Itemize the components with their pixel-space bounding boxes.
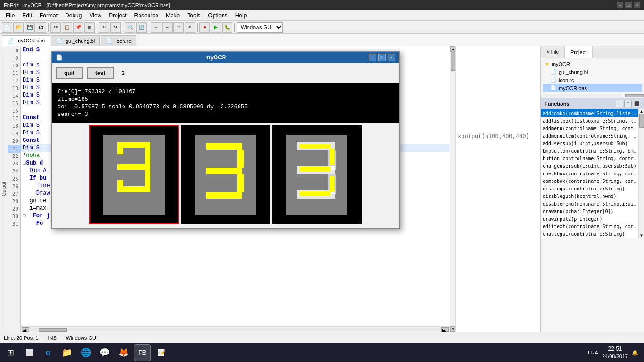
scroll-left-btn[interactable]: ◀ <box>22 327 29 332</box>
fn-item-2[interactable]: addmenu(controlname:String, controlt <box>541 124 638 132</box>
tree-item-icon[interactable]: 📄 icon.rc <box>543 76 642 84</box>
menu-tools[interactable]: Tools <box>183 11 204 20</box>
notepad-button[interactable]: 📝 <box>153 344 170 361</box>
ie-button[interactable]: e <box>40 344 57 361</box>
fn-scroll-up[interactable]: ▲ <box>639 109 644 114</box>
redo-button[interactable]: ↪ <box>110 22 121 33</box>
menu-edit[interactable]: Edit <box>18 11 36 20</box>
start-button[interactable]: ⊞ <box>2 344 19 361</box>
cut-button[interactable]: ✂ <box>50 22 61 33</box>
mode-dropdown[interactable]: Windows GUI <box>237 22 283 33</box>
fn-scroll-down[interactable]: ▼ <box>639 233 644 238</box>
indent-button[interactable]: → <box>151 22 161 33</box>
fn-item-8[interactable]: checkbox(controlname:String, controlt <box>541 170 638 177</box>
vscroll-thumb[interactable] <box>451 52 455 71</box>
test-button[interactable]: test <box>87 67 114 79</box>
fn-item-4[interactable]: addusersub(i:uint,usersub:Sub) <box>541 140 638 147</box>
close-button[interactable]: × <box>634 2 640 8</box>
fn-item-14[interactable]: drawinput2(p:Integer) <box>541 215 638 222</box>
fn-maximize-btn[interactable]: □ <box>624 100 632 107</box>
fn-item-12[interactable]: disablemenu(menuname:String,i:uint) <box>541 200 638 207</box>
menu-format[interactable]: Format <box>36 11 61 20</box>
output-label[interactable]: Output <box>0 46 8 332</box>
scroll-right-btn[interactable]: ▶ <box>441 327 449 332</box>
fn-item-6[interactable]: button(controlname:String, controltext <box>541 155 638 162</box>
tree-root[interactable]: ▼ myOCR <box>543 60 642 68</box>
outdent-button[interactable]: ← <box>162 22 173 33</box>
line-numbers: 8 9 10 11 12 13 14 15 16 17 18 19 20 21 … <box>8 46 21 332</box>
menu-file[interactable]: File <box>2 11 18 20</box>
open-button[interactable]: 📂 <box>13 22 24 33</box>
undo-button[interactable]: ↩ <box>99 22 109 33</box>
right-panel-scrollbar[interactable] <box>541 94 644 98</box>
fn-vscrollbar[interactable]: ▲ ▼ <box>638 109 644 238</box>
firefox-button[interactable]: 🦊 <box>115 344 132 361</box>
menu-view[interactable]: View <box>85 11 105 20</box>
fn-item-16[interactable]: enablegui(controlname:String) <box>541 230 638 238</box>
fn-layout-btn[interactable]: ⬛ <box>633 100 640 107</box>
chrome-button[interactable]: 🌐 <box>77 344 94 361</box>
compile-button[interactable]: ● <box>199 22 210 33</box>
minimize-button[interactable]: − <box>617 2 623 8</box>
fn-minimize-btn[interactable]: _ <box>616 100 623 107</box>
run-button[interactable]: ▶ <box>211 22 221 33</box>
replace-button[interactable]: 🔄 <box>136 22 147 33</box>
tab-icon-rc[interactable]: 📄 icon.rc <box>101 35 136 46</box>
new-button[interactable]: 📄 <box>2 22 12 33</box>
tree-item-gui[interactable]: 📄 gui_chung.bi <box>543 68 642 76</box>
delete-button[interactable]: 🗑 <box>84 22 95 33</box>
tab-myocr-bas[interactable]: 📄 myOCR.bas <box>2 35 50 46</box>
modal-line4: search= 3 <box>58 111 393 118</box>
fn-item-3[interactable]: addmenuitem(controlname:String, cont <box>541 132 638 140</box>
horizontal-scrollbar[interactable]: ◀ ▶ <box>21 326 450 332</box>
menu-make[interactable]: Make <box>162 11 183 20</box>
editor-vscrollbar[interactable]: ▲ ▼ <box>450 46 455 332</box>
notification-icon[interactable]: 🔔 <box>632 350 638 356</box>
right-scroll-thumb[interactable] <box>625 94 644 97</box>
debug-button[interactable]: 🐛 <box>222 22 232 33</box>
fn-item-7[interactable]: changeusersub(i:uint,usersub:Sub) <box>541 162 638 170</box>
digit-image-3[interactable] <box>272 125 362 224</box>
fbedit-app-button[interactable]: FB <box>134 344 151 361</box>
menu-help[interactable]: Help <box>231 11 251 20</box>
menu-options[interactable]: Options <box>204 11 231 20</box>
hscroll-thumb[interactable] <box>39 328 67 332</box>
digit-image-2[interactable] <box>181 125 270 224</box>
quit-button[interactable]: quit <box>56 67 83 79</box>
modal-maximize[interactable]: □ <box>378 54 386 61</box>
skype-button[interactable]: 💬 <box>96 344 113 361</box>
digit-image-1[interactable] <box>89 125 179 224</box>
wrap-button[interactable]: ↵ <box>185 22 195 33</box>
fn-item-13[interactable]: drawann(pchar:Integer[0]) <box>541 207 638 215</box>
tab-file[interactable]: × File <box>541 46 565 58</box>
fn-item-10[interactable]: disalegui(controlname:String) <box>541 185 638 192</box>
save-all-button[interactable]: 🗂 <box>36 22 46 33</box>
modal-minimize[interactable]: − <box>369 54 376 61</box>
taskview-button[interactable]: ⬜ <box>21 344 38 361</box>
maximize-button[interactable]: □ <box>625 2 632 8</box>
clock-date: 24/08/2017 <box>602 353 628 360</box>
paste-button[interactable]: 📌 <box>73 22 83 33</box>
fn-item-0[interactable]: addcombo(comboname:String,liste:Stri <box>541 109 638 117</box>
find-button[interactable]: 🔍 <box>125 22 135 33</box>
fn-item-9[interactable]: combobox(controlname:String, controls <box>541 177 638 185</box>
explorer-button[interactable]: 📁 <box>58 344 75 361</box>
tree-item-myocr[interactable]: 📄 myOCR.bas <box>543 84 642 92</box>
menu-debug[interactable]: Debug <box>61 11 85 20</box>
fn-item-1[interactable]: addlistbox(listboxname:String, text:St <box>541 117 638 124</box>
save-button[interactable]: 💾 <box>25 22 35 33</box>
modal-close[interactable]: × <box>388 54 395 61</box>
functions-list: addcombo(comboname:String,liste:Stri add… <box>541 109 638 238</box>
align-button[interactable]: ≡ <box>173 22 184 33</box>
tab-gui-chung-bi[interactable]: 📄 gui_chung.bi <box>51 35 100 46</box>
tab-project[interactable]: Project <box>565 46 593 58</box>
fn-item-5[interactable]: bmpbutton(controlname:String, bmpfile <box>541 147 638 155</box>
modal-dialog[interactable]: 📄 myOCR − □ × quit test 3 fre[0]=1793392… <box>51 51 400 229</box>
copy-button[interactable]: 📋 <box>62 22 72 33</box>
root-label: myOCR <box>552 61 570 67</box>
fn-item-11[interactable]: disableguih(hcontrol:hwnd) <box>541 192 638 200</box>
fn-item-15[interactable]: edittext(controlname:String, controltex <box>541 222 638 230</box>
menu-project[interactable]: Project <box>105 11 130 20</box>
menu-resource[interactable]: Resource <box>131 11 162 20</box>
fn-scroll-thumb[interactable] <box>639 114 644 128</box>
